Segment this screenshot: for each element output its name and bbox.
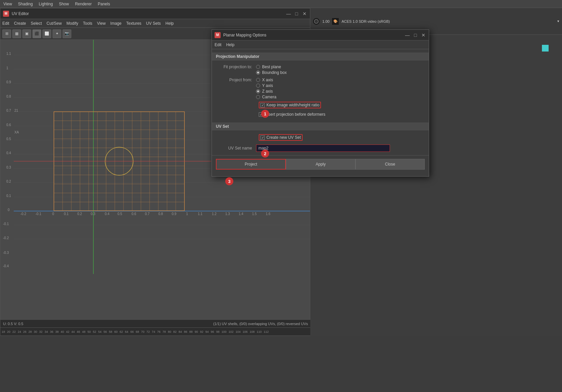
svg-text:0.6: 0.6 bbox=[132, 212, 136, 216]
minimize-button[interactable]: — bbox=[286, 11, 291, 16]
project-xaxis-row: X axis bbox=[256, 78, 276, 82]
color-space-icon: 🎨 bbox=[332, 18, 339, 25]
project-yaxis-radio[interactable] bbox=[256, 84, 260, 88]
svg-text:-0.2: -0.2 bbox=[20, 212, 26, 216]
create-uvset-row: Create new UV Set bbox=[212, 133, 429, 142]
project-zaxis-label: Z axis bbox=[262, 89, 273, 94]
keep-ratio-checkbox[interactable] bbox=[260, 103, 265, 107]
svg-text:-0.2: -0.2 bbox=[3, 236, 9, 240]
dialog-title: Planar Mapping Options bbox=[223, 33, 402, 37]
svg-text:XA: XA bbox=[14, 130, 19, 134]
apply-button[interactable]: Apply bbox=[286, 159, 355, 170]
menu-cutsew[interactable]: Cut/Sew bbox=[47, 21, 62, 26]
create-uvset-checkbox[interactable] bbox=[260, 135, 265, 140]
project-xaxis-label: X axis bbox=[262, 78, 273, 82]
menu-tools[interactable]: Tools bbox=[83, 21, 92, 26]
ruler-numbers: 18 20 22 24 26 28 30 32 34 36 38 40 42 4… bbox=[2, 330, 269, 333]
uv-status-right: (1/1) UV shells, (0/0) overlapping UVs, … bbox=[23, 322, 308, 326]
svg-text:0.3: 0.3 bbox=[6, 166, 11, 169]
uv-editor-menubar: Edit Create Select Cut/Sew Modify Tools … bbox=[0, 19, 310, 28]
svg-text:1: 1 bbox=[186, 212, 188, 216]
close-dialog-button[interactable]: Close bbox=[355, 159, 425, 170]
project-from-row: Project from: X axis Y axis Z axis Camer… bbox=[212, 76, 429, 101]
toolbar-btn-6[interactable]: ✦ bbox=[53, 29, 61, 38]
menu-help[interactable]: Help bbox=[165, 21, 174, 26]
toolbar-btn-1[interactable]: ⊞ bbox=[2, 29, 11, 38]
dialog-menu-help[interactable]: Help bbox=[226, 42, 235, 47]
dialog-close-button[interactable]: ✕ bbox=[421, 32, 426, 38]
dialog-maximize-button[interactable]: □ bbox=[413, 32, 418, 38]
close-button[interactable]: ✕ bbox=[302, 11, 307, 16]
project-from-options: X axis Y axis Z axis Camera bbox=[256, 78, 276, 99]
project-zaxis-radio[interactable] bbox=[256, 89, 260, 93]
dialog-maya-logo: M bbox=[215, 32, 221, 38]
color-space-label: ACES 1.0 SDR-video (sRGB) bbox=[341, 19, 390, 23]
svg-text:0.9: 0.9 bbox=[6, 80, 11, 84]
project-camera-row: Camera bbox=[256, 95, 276, 99]
toolbar-btn-2[interactable]: ▦ bbox=[12, 29, 21, 38]
menu-modify[interactable]: Modify bbox=[66, 21, 78, 26]
svg-text:0.4: 0.4 bbox=[6, 151, 11, 155]
dialog-body: Projection Manipulator Fit projection to… bbox=[212, 49, 429, 176]
top-menu-lighting[interactable]: Lighting bbox=[39, 2, 53, 6]
svg-text:0.1: 0.1 bbox=[64, 212, 69, 216]
uv-ruler-bottom: 18 20 22 24 26 28 30 32 34 36 38 40 42 4… bbox=[0, 327, 311, 335]
toolbar-btn-3[interactable]: ▣ bbox=[22, 29, 31, 38]
menu-edit[interactable]: Edit bbox=[2, 21, 9, 26]
uv-coord-display: U: 0.5 V: 0.5 bbox=[3, 322, 23, 326]
svg-text:0.1: 0.1 bbox=[6, 194, 11, 198]
menu-image[interactable]: Image bbox=[110, 21, 122, 26]
top-menu-show[interactable]: Show bbox=[59, 2, 69, 6]
menu-view[interactable]: View bbox=[97, 21, 106, 26]
svg-text:1.3: 1.3 bbox=[225, 212, 230, 216]
toolbar-btn-5[interactable]: ⬜ bbox=[43, 29, 51, 38]
uvset-name-input[interactable] bbox=[256, 144, 390, 152]
fit-best-plane-row: Best plane bbox=[256, 65, 287, 69]
create-uvset-highlight: Create new UV Set bbox=[259, 134, 303, 141]
toolbar-btn-7[interactable]: 📷 bbox=[63, 29, 71, 38]
svg-text:0.7: 0.7 bbox=[6, 109, 11, 112]
svg-text:0.9: 0.9 bbox=[172, 212, 176, 216]
insert-projection-row: Insert projection before deformers bbox=[212, 110, 429, 118]
keep-ratio-label: Keep image width/height ratio bbox=[266, 103, 319, 107]
project-from-label: Project from: bbox=[216, 78, 256, 82]
svg-text:-0.1: -0.1 bbox=[35, 212, 42, 216]
svg-text:0.4: 0.4 bbox=[105, 212, 109, 216]
svg-text:-0.1: -0.1 bbox=[3, 222, 9, 226]
dialog-buttons: Project Apply Close bbox=[212, 155, 429, 173]
svg-text:1.6: 1.6 bbox=[266, 212, 270, 216]
dialog-minimize-button[interactable]: — bbox=[405, 32, 410, 38]
svg-text:1.1: 1.1 bbox=[198, 212, 203, 216]
menu-textures[interactable]: Textures bbox=[126, 21, 141, 26]
fit-bounding-box-radio[interactable] bbox=[256, 71, 260, 75]
dialog-menu-edit[interactable]: Edit bbox=[215, 42, 222, 47]
menu-uvsets[interactable]: UV Sets bbox=[146, 21, 161, 26]
project-camera-radio[interactable] bbox=[256, 95, 260, 99]
top-menu-renderer[interactable]: Renderer bbox=[75, 2, 92, 6]
svg-text:1: 1 bbox=[6, 66, 8, 70]
value-display: 1.00 bbox=[322, 19, 329, 23]
svg-text:21: 21 bbox=[14, 109, 18, 112]
maya-logo: M bbox=[3, 11, 9, 17]
fit-best-plane-label: Best plane bbox=[262, 65, 281, 69]
svg-text:0.5: 0.5 bbox=[6, 137, 11, 141]
annotation-3: 3 bbox=[225, 177, 233, 185]
top-menu-view[interactable]: View bbox=[3, 2, 12, 6]
menu-create[interactable]: Create bbox=[14, 21, 26, 26]
svg-text:0.6: 0.6 bbox=[6, 123, 11, 127]
uvset-name-label: UV Set name bbox=[216, 146, 256, 151]
fit-bounding-box-label: Bounding box bbox=[262, 70, 287, 75]
insert-projection-label: Insert projection before deformers bbox=[265, 112, 325, 117]
maximize-button[interactable]: □ bbox=[294, 11, 299, 16]
menu-select[interactable]: Select bbox=[31, 21, 42, 26]
top-menu-shading[interactable]: Shading bbox=[18, 2, 33, 6]
svg-text:0: 0 bbox=[52, 212, 54, 216]
top-menu-panels[interactable]: Panels bbox=[98, 2, 110, 6]
project-xaxis-radio[interactable] bbox=[256, 78, 260, 82]
fit-projection-row: Fit projection to: Best plane Bounding b… bbox=[212, 63, 429, 76]
toolbar-btn-4[interactable]: ⬛ bbox=[32, 29, 41, 38]
top-menu-bar: View Shading Lighting Show Renderer Pane… bbox=[0, 0, 562, 8]
uv-statusbar: U: 0.5 V: 0.5 (1/1) UV shells, (0/0) ove… bbox=[0, 319, 311, 327]
fit-best-plane-radio[interactable] bbox=[256, 65, 260, 69]
project-button[interactable]: Project bbox=[216, 159, 286, 170]
